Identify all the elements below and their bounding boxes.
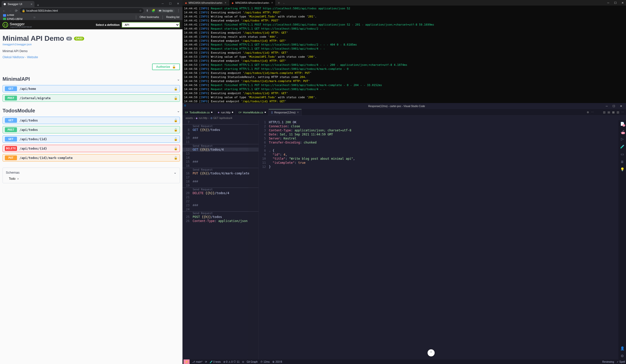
book-icon[interactable]: ▭ <box>621 152 624 156</box>
send-request-codelens[interactable]: Send Request <box>182 124 259 128</box>
authorize-button[interactable]: Authorize 🔓 <box>152 64 180 70</box>
other-bookmarks[interactable]: Other bookmarks <box>138 15 161 19</box>
minimize-icon[interactable]: ─ <box>605 0 612 6</box>
sync-indicator[interactable]: ⟳ <box>205 360 207 363</box>
opblock-get[interactable]: GET/api/todos🔓 <box>3 117 180 124</box>
remote-icon[interactable]: 🖥 <box>620 160 624 164</box>
close-icon[interactable]: × <box>225 1 226 5</box>
overflow-icon[interactable]: ⊕ <box>587 111 589 114</box>
star-icon[interactable]: ☆ <box>139 9 142 12</box>
light-icon[interactable]: 💡 <box>620 167 624 171</box>
menu-icon[interactable]: ⋮ <box>176 8 181 13</box>
send-request-codelens[interactable]: Send Request <box>182 211 259 215</box>
editor-tab[interactable]: C#TodosModule.cs <box>182 109 215 115</box>
terminal-tab-active[interactable]: ◆ MINGW64:/d/home/dev/carter- × <box>229 0 276 6</box>
breadcrumb[interactable]: assets› ◈run.http› ⊙GET /api/todos/4 <box>182 116 626 120</box>
chrome-tab[interactable]: ⬢ Swagger UI × <box>2 1 34 7</box>
opblock-delete[interactable]: DELETE/api/todos/{id}🔓 <box>3 145 180 152</box>
testing-icon[interactable]: 🧪 <box>620 145 624 149</box>
tests-indicator[interactable]: 🧪 0 tests <box>210 360 221 363</box>
close-icon[interactable]: × <box>30 2 32 6</box>
remote-indicator[interactable]: ⚡ <box>183 359 190 364</box>
files-icon[interactable]: 📄1 <box>620 122 624 126</box>
editor-run-http[interactable]: 7Send Request8GET {{h}}/todos910###11Sen… <box>182 120 259 359</box>
minimap[interactable] <box>248 120 259 359</box>
bookmark-item[interactable]: EPMD-UBFM <box>2 17 32 21</box>
split-icon[interactable]: ▤ <box>607 111 610 114</box>
swagger-logo: { } Swagger supported by SMARTBEAR <box>3 22 32 28</box>
opblock-get[interactable]: GET/api/todos/{id}🔓 <box>3 135 180 143</box>
opblock-get[interactable]: GET/api/home🔓 <box>3 85 180 92</box>
reload-icon[interactable]: ⟳ <box>14 8 19 13</box>
back-icon[interactable]: ← <box>2 8 7 13</box>
incognito-badge: 🕶 Incognito <box>157 9 175 13</box>
schemas-header[interactable]: Schemas ⌄ <box>6 170 177 174</box>
terminal-output[interactable]: 14:44:41 [INFO] Request starting HTTP/1.… <box>182 6 626 103</box>
incognito-icon: 🕶 <box>159 9 161 12</box>
send-request-codelens[interactable]: Send Request <box>182 188 259 191</box>
settings-icon[interactable]: ⚙ <box>621 354 624 358</box>
lock-icon: 🔒 <box>22 9 25 12</box>
live-indicator[interactable]: ⊙ <box>242 360 244 363</box>
maximize-icon[interactable]: ☐ <box>167 1 174 6</box>
editor-tab[interactable]: {}Response(12ms)× <box>269 109 302 115</box>
maximize-icon[interactable]: ☐ <box>610 103 617 109</box>
maximize-icon[interactable]: ☐ <box>612 0 619 6</box>
opblock-post[interactable]: POST/internal/migrate🔓 <box>3 94 180 102</box>
spec-link[interactable]: /swagger/v1/swagger.json <box>3 43 180 46</box>
split-icon[interactable]: ▥ <box>603 111 605 114</box>
opblock-post[interactable]: POST/api/todos🔓 <box>3 126 180 133</box>
tag-header[interactable]: TodosModule⌄ <box>3 107 180 115</box>
bookmarks-bar: MenuLearngitMicrosoft Office Ho...EPAMEP… <box>0 14 182 20</box>
timing-indicator[interactable]: ⏱ 12ms <box>260 360 270 363</box>
send-request-codelens[interactable]: Send Request <box>182 168 259 171</box>
editor-tab[interactable]: ◈run.http <box>215 109 236 115</box>
reviewing-indicator[interactable]: Reviewing <box>602 360 614 363</box>
run-icon[interactable]: ▷ <box>621 137 624 141</box>
split-icon[interactable]: ▧ <box>617 111 619 114</box>
new-terminal-tab[interactable]: + <box>276 0 282 6</box>
forward-icon[interactable]: → <box>8 8 13 13</box>
close-icon[interactable]: ✕ <box>174 1 181 6</box>
more-icon[interactable]: ⋯ <box>621 111 624 114</box>
contact-link[interactable]: Oleksii Nikiforov - Website <box>3 55 180 59</box>
scroll-top-button[interactable]: ⌃ <box>428 349 435 356</box>
lock-icon: 🔓 <box>174 119 178 122</box>
close-icon[interactable]: ✕ <box>619 0 626 6</box>
close-icon[interactable]: × <box>297 111 299 114</box>
update-icon[interactable]: ⬆ <box>145 8 150 13</box>
problems-indicator[interactable]: ⊘ 0 ⚠ 0 ⓘ 11 <box>223 360 240 363</box>
terminal-tab[interactable]: ◆ MINGW64:/d/home/dev/carter- × <box>182 0 229 6</box>
version-badge: v1 <box>66 37 72 41</box>
source-control-icon[interactable]: ⎇17 <box>620 129 624 133</box>
spell-indicator[interactable]: ✓ Spell <box>617 360 625 363</box>
minimize-icon[interactable]: ─ <box>159 1 166 6</box>
lock-icon: 🔓 <box>174 128 178 132</box>
opblock-put[interactable]: PUT/api/todos/{id}/mark-complete🔓 <box>3 154 180 161</box>
tag-header[interactable]: MinimalAPI⌄ <box>3 75 180 83</box>
more-icon[interactable]: ⋯ <box>591 111 594 114</box>
extensions-icon[interactable]: 🧩 <box>151 8 156 13</box>
split-icon[interactable]: ▦ <box>612 111 615 114</box>
git-icon: ◆ <box>185 2 187 4</box>
size-indicator[interactable]: 🗎 203 B <box>272 360 282 363</box>
branch-indicator[interactable]: ⎇ main* <box>192 360 202 363</box>
editor-tab[interactable]: C#HomeModule.cs <box>236 109 269 115</box>
chevron-right-icon: › <box>17 177 19 180</box>
gitgraph-indicator[interactable]: Git Graph <box>247 360 257 363</box>
close-icon[interactable]: ✕ <box>617 103 624 109</box>
account-icon[interactable]: 👤 <box>620 346 624 350</box>
schema-item[interactable]: Todo › <box>6 177 177 180</box>
vscode-title: Response(12ms) - carter-poc - Visual Stu… <box>190 105 603 108</box>
new-tab-button[interactable]: + <box>35 3 41 7</box>
definition-select[interactable]: API <box>122 22 180 28</box>
send-request-codelens[interactable]: Send Request <box>182 144 259 148</box>
close-icon[interactable]: × <box>271 1 273 5</box>
bookmark-item[interactable]: EPAM <box>2 14 32 17</box>
vscode-logo-icon: ⊞ <box>184 104 188 108</box>
editor-response[interactable]: 1HTTP/1.1 200 OK2Connection: close3Conte… <box>259 120 626 359</box>
tab-favicon: ⬢ <box>4 3 6 6</box>
minimize-icon[interactable]: ─ <box>603 103 610 109</box>
reading-list[interactable]: Reading list <box>165 15 181 19</box>
address-bar[interactable]: 🔒 localhost:5001/index.html ☆ <box>20 8 144 13</box>
